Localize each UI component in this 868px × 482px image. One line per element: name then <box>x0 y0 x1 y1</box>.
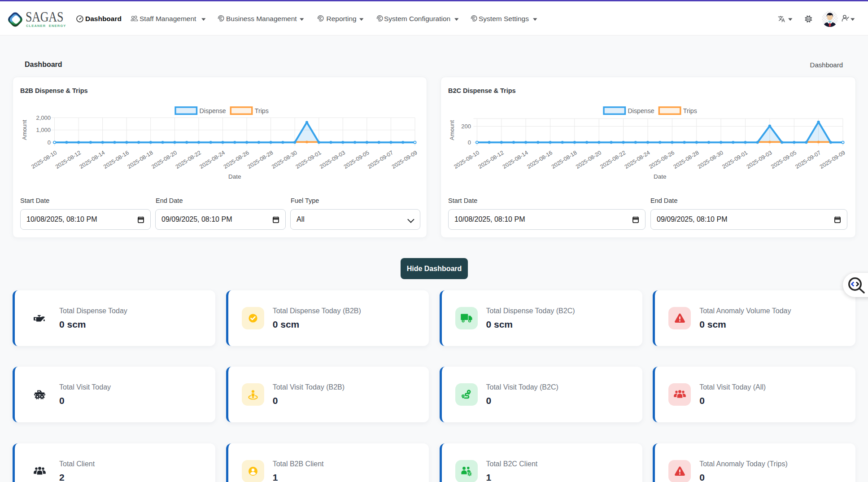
svg-text:Amount: Amount <box>21 120 28 140</box>
svg-text:Dispense: Dispense <box>628 107 654 114</box>
svg-text:1,000: 1,000 <box>36 127 51 133</box>
svg-text:Trips: Trips <box>683 107 697 114</box>
svg-text:2025-08-30: 2025-08-30 <box>697 149 724 170</box>
svg-text:2025-09-03: 2025-09-03 <box>746 149 773 170</box>
svg-text:2025-09-05: 2025-09-05 <box>343 149 371 170</box>
svg-text:Date: Date <box>228 173 241 180</box>
svg-text:2025-09-01: 2025-09-01 <box>295 149 323 170</box>
svg-text:2025-09-07: 2025-09-07 <box>366 149 394 170</box>
svg-text:2025-08-12: 2025-08-12 <box>477 149 505 170</box>
svg-text:2025-09-05: 2025-09-05 <box>770 149 798 170</box>
svg-text:2025-09-09: 2025-09-09 <box>391 149 419 170</box>
svg-text:2025-08-26: 2025-08-26 <box>648 149 676 170</box>
svg-text:2025-08-24: 2025-08-24 <box>624 149 651 170</box>
svg-text:2025-08-22: 2025-08-22 <box>174 149 202 170</box>
svg-text:2025-08-22: 2025-08-22 <box>599 149 627 170</box>
svg-text:2025-08-10: 2025-08-10 <box>31 149 58 170</box>
svg-text:Dispense: Dispense <box>200 107 226 114</box>
svg-text:0: 0 <box>468 139 471 146</box>
svg-text:2025-08-28: 2025-08-28 <box>672 149 700 170</box>
svg-text:2025-08-18: 2025-08-18 <box>126 149 154 170</box>
svg-text:Amount: Amount <box>449 120 455 140</box>
svg-text:2025-08-10: 2025-08-10 <box>453 149 480 170</box>
svg-text:Trips: Trips <box>255 107 269 114</box>
svg-text:0: 0 <box>48 139 51 146</box>
svg-text:2025-08-30: 2025-08-30 <box>270 149 298 170</box>
svg-text:2025-08-16: 2025-08-16 <box>526 149 554 170</box>
svg-text:2025-08-16: 2025-08-16 <box>102 149 130 170</box>
svg-text:2025-08-26: 2025-08-26 <box>222 149 250 170</box>
svg-text:2025-08-14: 2025-08-14 <box>79 149 106 170</box>
svg-text:2025-08-20: 2025-08-20 <box>575 149 602 170</box>
svg-text:2025-09-03: 2025-09-03 <box>318 149 346 170</box>
svg-text:2025-08-28: 2025-08-28 <box>247 149 275 170</box>
svg-text:2,000: 2,000 <box>36 114 51 121</box>
svg-text:200: 200 <box>461 123 471 130</box>
svg-text:2025-09-09: 2025-09-09 <box>819 149 846 170</box>
svg-text:2025-08-14: 2025-08-14 <box>502 149 529 170</box>
svg-text:2025-08-18: 2025-08-18 <box>550 149 578 170</box>
svg-text:2025-09-01: 2025-09-01 <box>721 149 749 170</box>
svg-text:2025-08-24: 2025-08-24 <box>198 149 226 170</box>
svg-text:2025-09-07: 2025-09-07 <box>794 149 822 170</box>
svg-text:2025-08-20: 2025-08-20 <box>150 149 178 170</box>
svg-text:Date: Date <box>654 173 667 180</box>
svg-text:2025-08-12: 2025-08-12 <box>54 149 82 170</box>
